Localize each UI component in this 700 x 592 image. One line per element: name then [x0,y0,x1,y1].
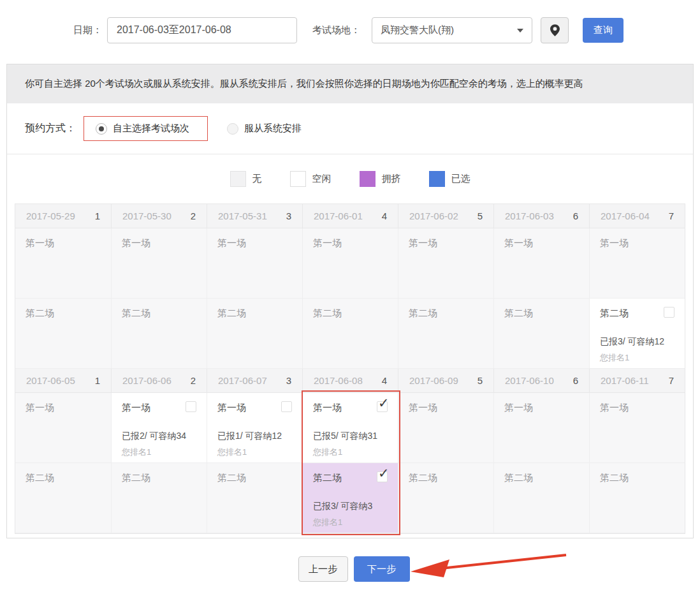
date-label: 日期： [73,24,102,36]
radio-unselected-icon[interactable] [227,123,238,135]
venue-label: 考试场地： [312,24,360,36]
session-title: 第一场 [26,402,54,414]
session-title: 第二场 [409,307,437,320]
next-step-button[interactable]: 下一步 [354,556,410,582]
session-cell: 第一场 [15,393,111,463]
radio-selected-icon[interactable] [96,123,107,135]
date-range-input[interactable] [107,17,297,43]
session-cell[interactable]: 第一场已报1/ 可容纳12您排名1 [207,393,302,463]
booking-option[interactable]: 自主选择考试场次 [84,116,208,141]
enrolled-count: 已报1/ 可容纳12 [217,431,282,442]
day-number: 6 [573,211,578,221]
calendar-row: 第二场第二场第二场第二场第二场第二场第二场已报3/ 可容纳12您排名1 [15,299,685,369]
filter-bar: 日期： 考试场地： 凤翔交警大队(翔) 查询 [0,17,700,43]
your-rank: 您排名1 [217,447,247,458]
session-title: 第二场 [26,307,54,320]
day-number: 5 [478,375,483,386]
legend-swatch-icon [290,171,306,187]
calendar-day-header: 2017-05-302 [111,204,207,228]
prev-step-button[interactable]: 上一步 [298,556,348,582]
session-title: 第一场 [504,402,533,414]
calendar-row: 第一场第一场已报2/ 可容纳34您排名1第一场已报1/ 可容纳12您排名1第一场… [15,393,685,463]
day-number: 3 [286,375,291,386]
day-number: 3 [286,211,291,221]
session-title: 第一场 [122,237,150,249]
session-cell: 第一场 [493,228,589,299]
session-cell[interactable]: 第一场✓已报5/ 可容纳31您排名1 [302,393,398,463]
day-number: 2 [191,211,196,221]
session-title: 第二场 [600,472,629,484]
legend-item: 空闲 [290,171,332,187]
day-number: 6 [573,375,578,386]
footer-actions: 上一步 下一步 [4,556,700,582]
calendar-row: 第一场第一场第一场第一场第一场第一场第一场 [15,228,685,299]
session-cell: 第二场 [207,299,302,369]
day-number: 2 [191,375,196,386]
session-cell: 第二场 [493,299,589,369]
session-cell: 第二场 [207,463,302,533]
location-button[interactable] [541,17,569,43]
checkmark-icon: ✓ [378,396,390,410]
calendar-day-header: 2017-06-051 [15,369,111,392]
calendar-week-header: 2017-06-0512017-06-0622017-06-0732017-06… [15,369,685,393]
booking-option-label: 自主选择考试场次 [113,122,189,135]
session-cell[interactable]: 第一场已报2/ 可容纳34您排名1 [111,393,207,463]
day-date: 2017-06-10 [505,375,554,386]
session-cell[interactable]: 第二场已报3/ 可容纳12您排名1 [589,299,685,369]
session-cell: 第一场 [398,228,493,299]
legend-item: 已选 [429,171,470,187]
session-cell: 第二场 [398,299,493,369]
checkbox-unchecked[interactable] [281,401,292,412]
checkbox-checked[interactable]: ✓ [377,401,388,412]
calendar-day-header: 2017-06-073 [207,369,302,392]
venue-select-value: 凤翔交警大队(翔) [381,24,454,36]
checkbox-unchecked[interactable] [664,307,674,318]
day-date: 2017-06-02 [409,211,458,221]
session-cell[interactable]: 第二场✓已报3/ 可容纳3您排名1 [302,463,398,533]
day-date: 2017-06-07 [218,375,267,386]
calendar-row: 第二场第二场第二场第二场✓已报3/ 可容纳3您排名1第二场第二场第二场 [15,463,685,533]
session-title: 第一场 [504,237,533,249]
day-date: 2017-05-29 [26,211,75,221]
calendar-day-header: 2017-06-036 [493,204,589,228]
session-title: 第二场 [217,307,246,320]
day-number: 7 [669,211,674,221]
session-cell: 第二场 [15,299,111,369]
day-date: 2017-06-06 [122,375,171,386]
calendar-day-header: 2017-06-047 [589,204,685,228]
enrolled-count: 已报2/ 可容纳34 [122,431,186,442]
session-title: 第二场 [26,472,54,484]
checkmark-icon: ✓ [378,466,390,480]
venue-select[interactable]: 凤翔交警大队(翔) [372,17,532,43]
day-number: 5 [478,211,483,221]
enrolled-count: 已报3/ 可容纳3 [313,501,372,512]
location-pin-icon [550,24,560,36]
session-title: 第一场 [313,402,342,414]
session-cell: 第一场 [302,228,398,299]
legend-swatch-icon [429,171,445,187]
session-title: 第一场 [600,237,629,249]
notice-bar: 你可自主选择 20个考试场次或服从系统安排。服从系统安排后，我们会按照你选择的日… [7,64,693,103]
session-cell: 第二场 [398,463,493,533]
session-title: 第一场 [409,402,437,414]
legend-item: 拥挤 [360,171,401,187]
session-title: 第一场 [600,402,629,414]
query-button[interactable]: 查询 [583,18,623,43]
enrolled-count: 已报5/ 可容纳31 [313,431,377,442]
booking-method-row: 预约方式： 自主选择考试场次服从系统安排 [7,103,693,154]
calendar-day-header: 2017-06-095 [398,369,493,392]
booking-option[interactable]: 服从系统安排 [215,117,319,140]
day-number: 1 [95,375,100,386]
checkbox-unchecked[interactable] [186,401,196,412]
session-title: 第二场 [313,472,342,484]
calendar-week-header: 2017-05-2912017-05-3022017-05-3132017-06… [15,204,685,228]
legend-item: 无 [230,171,262,187]
session-title: 第一场 [313,237,342,249]
session-title: 第一场 [409,237,437,249]
day-date: 2017-06-05 [26,375,75,386]
session-title: 第二场 [122,307,150,320]
day-date: 2017-06-09 [409,375,458,386]
checkbox-checked[interactable]: ✓ [377,471,388,482]
day-date: 2017-06-04 [601,211,650,221]
legend-swatch-icon [360,171,376,187]
